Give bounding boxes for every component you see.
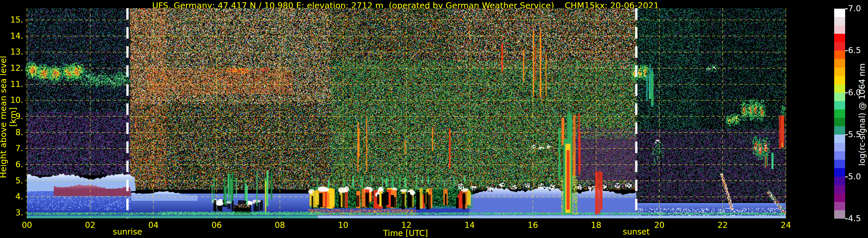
colorbar-tickmark-4.5	[845, 218, 848, 219]
ceilometer-quicklook: UFS, Germany; 47.417 N / 10.980 E; eleva…	[0, 0, 868, 238]
y-tick-11: 11.	[0, 80, 23, 89]
colorbar-tickmark-6.0	[845, 93, 848, 93]
y-tick-10: 10.	[0, 96, 23, 105]
colorbar-step-23	[834, 202, 845, 210]
y-tick-15: 15.	[0, 15, 23, 24]
colorbar-tickmark-7.0	[845, 8, 848, 9]
colorbar-step-4	[834, 42, 845, 50]
y-tick-8: 8.	[0, 128, 23, 137]
colorbar-step-20	[834, 177, 845, 185]
y-tick-7: 7.	[0, 144, 23, 153]
colorbar-step-10	[834, 93, 845, 101]
colorbar-step-17	[834, 151, 845, 160]
colorbar-step-3	[834, 34, 845, 42]
colorbar-step-12	[834, 109, 845, 118]
y-tick-9: 9.	[0, 112, 23, 121]
colorbar-step-8	[834, 76, 845, 84]
colorbar-step-5	[834, 50, 845, 59]
colorbar-step-1	[834, 17, 845, 26]
x-axis-label: Time [UTC]	[25, 229, 786, 238]
colorbar-tickmark-5.5	[845, 134, 848, 135]
colorbar-tickmark-6.5	[845, 50, 848, 51]
colorbar-step-24	[834, 210, 845, 219]
colorbar-step-7	[834, 68, 845, 76]
colorbar-step-14	[834, 126, 845, 135]
colorbar	[834, 9, 845, 219]
colorbar-tick-4.5: 4.5	[848, 214, 861, 223]
colorbar-step-13	[834, 118, 845, 126]
colorbar-step-15	[834, 135, 845, 143]
y-tick-14: 14.	[0, 32, 23, 40]
colorbar-tick-7.0: 7.0	[848, 4, 861, 13]
y-tick-13: 13.	[0, 48, 23, 56]
y-tick-6: 6.	[0, 160, 23, 169]
colorbar-label: log(rc-signal) @ 1064 nm	[857, 54, 867, 175]
heatmap-canvas	[25, 8, 786, 218]
colorbar-step-9	[834, 84, 845, 93]
colorbar-tickmark-5.0	[845, 176, 848, 177]
y-tick-12: 12.	[0, 64, 23, 72]
colorbar-step-21	[834, 185, 845, 194]
colorbar-step-11	[834, 101, 845, 109]
colorbar-step-6	[834, 59, 845, 67]
colorbar-step-16	[834, 143, 845, 151]
colorbar-step-22	[834, 194, 845, 202]
colorbar-step-18	[834, 160, 845, 168]
y-tick-4: 4.	[0, 192, 23, 201]
colorbar-step-0	[834, 9, 845, 17]
y-tick-3: 3.	[0, 208, 23, 217]
colorbar-step-2	[834, 26, 845, 34]
colorbar-step-19	[834, 168, 845, 176]
y-tick-5: 5.	[0, 176, 23, 185]
